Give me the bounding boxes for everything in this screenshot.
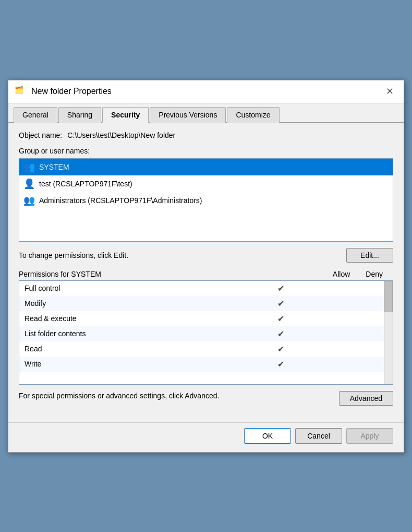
dialog-footer: OK Cancel Apply (8, 422, 404, 452)
table-row: Read & execute ✔ (19, 311, 393, 326)
allow-col-header: Allow (333, 270, 350, 278)
perm-write-deny (318, 357, 393, 372)
tab-bar: General Sharing Security Previous Versio… (8, 103, 404, 123)
apply-button: Apply (346, 428, 393, 444)
perm-write-allow: ✔ (244, 357, 318, 372)
admin-icon: 👥 (23, 195, 35, 206)
tab-general[interactable]: General (14, 107, 57, 123)
tab-customize[interactable]: Customize (227, 107, 279, 123)
perm-read-execute-deny (318, 311, 393, 326)
perm-modify-deny (318, 296, 393, 311)
advanced-text: For special permissions or advanced sett… (19, 391, 219, 401)
user-name-administrators: Administrators (RCSLAPTOP971F\Administra… (39, 196, 202, 205)
ok-button[interactable]: OK (244, 428, 291, 444)
perm-read-execute-allow: ✔ (244, 311, 318, 326)
system-icon: 👥 (23, 161, 35, 173)
table-row: List folder contents ✔ (19, 326, 393, 341)
perm-list-folder-allow: ✔ (244, 326, 318, 341)
object-name-value: C:\Users\test\Desktop\New folder (67, 131, 175, 139)
perm-list-folder-deny (318, 326, 393, 341)
permissions-title: Permissions for SYSTEM (19, 270, 101, 278)
folder-icon: 🗂️ (15, 86, 26, 97)
scrollbar-thumb[interactable] (384, 281, 393, 312)
advanced-row: For special permissions or advanced sett… (19, 391, 393, 406)
table-row: Full control ✔ (19, 281, 393, 296)
cancel-button[interactable]: Cancel (295, 428, 342, 444)
permissions-table-container[interactable]: Full control ✔ Modify ✔ Read & execute ✔ (19, 280, 393, 385)
permissions-header: Permissions for SYSTEM Allow Deny (19, 270, 393, 278)
change-perms-row: To change permissions, click Edit. Edit.… (19, 248, 393, 263)
scrollbar-track[interactable] (384, 281, 393, 384)
perm-read-deny (318, 341, 393, 357)
table-row: Modify ✔ (19, 296, 393, 311)
tab-previous-versions[interactable]: Previous Versions (150, 107, 226, 123)
perm-modify: Modify (19, 296, 244, 311)
dialog-title: New folder Properties (31, 87, 382, 96)
title-bar: 🗂️ New folder Properties ✕ (8, 80, 404, 103)
perm-write: Write (19, 357, 244, 372)
perm-full-control-allow: ✔ (244, 281, 318, 296)
permissions-table: Full control ✔ Modify ✔ Read & execute ✔ (19, 281, 393, 372)
perm-modify-allow: ✔ (244, 296, 318, 311)
perm-read-allow: ✔ (244, 341, 318, 357)
tab-sharing[interactable]: Sharing (58, 107, 101, 123)
advanced-button[interactable]: Advanced (339, 391, 393, 406)
close-button[interactable]: ✕ (382, 84, 397, 99)
tab-content: Object name: C:\Users\test\Desktop\New f… (8, 123, 404, 422)
table-row: Read ✔ (19, 341, 393, 357)
edit-button[interactable]: Edit... (346, 248, 393, 263)
test-icon: 👤 (23, 178, 35, 190)
perm-full-control: Full control (19, 281, 244, 296)
tab-security[interactable]: Security (102, 107, 149, 123)
user-list[interactable]: 👥 SYSTEM 👤 test (RCSLAPTOP971F\test) 👥 A… (19, 158, 393, 242)
permissions-col-headers: Allow Deny (333, 270, 383, 278)
deny-col-header: Deny (366, 270, 383, 278)
dialog-window: 🗂️ New folder Properties ✕ General Shari… (8, 80, 404, 453)
perm-read-execute: Read & execute (19, 311, 244, 326)
perm-list-folder: List folder contents (19, 326, 244, 341)
table-row: Write ✔ (19, 357, 393, 372)
perm-full-control-deny (318, 281, 393, 296)
user-name-test: test (RCSLAPTOP971F\test) (39, 180, 132, 188)
group-section-label: Group or user names: (19, 147, 393, 155)
user-name-system: SYSTEM (39, 163, 69, 171)
perm-read: Read (19, 341, 244, 357)
change-perms-text: To change permissions, click Edit. (19, 251, 128, 259)
user-item-administrators[interactable]: 👥 Administrators (RCSLAPTOP971F\Administ… (19, 192, 393, 209)
user-item-system[interactable]: 👥 SYSTEM (19, 159, 393, 175)
object-name-row: Object name: C:\Users\test\Desktop\New f… (19, 131, 393, 139)
object-name-label: Object name: (19, 131, 62, 139)
user-item-test[interactable]: 👤 test (RCSLAPTOP971F\test) (19, 175, 393, 192)
